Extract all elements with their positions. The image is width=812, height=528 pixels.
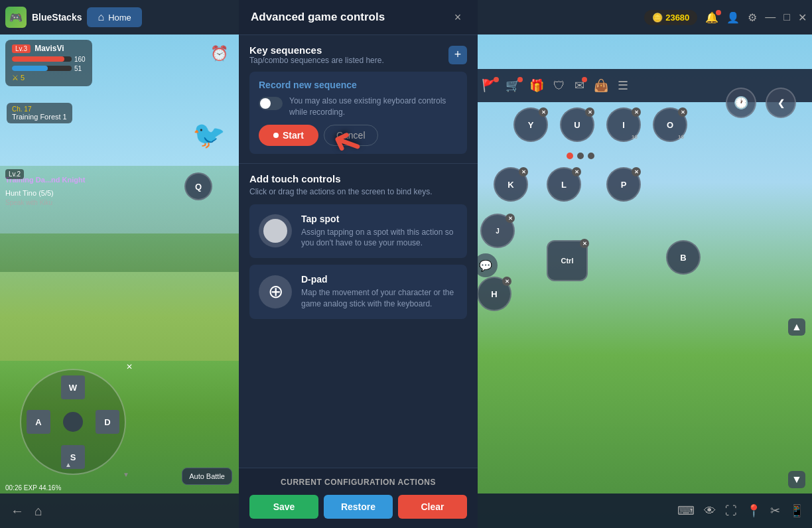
p-close[interactable]: ✕: [632, 167, 641, 176]
clock-icon: ⏰: [210, 45, 228, 62]
dpad-card[interactable]: ⊕ D-pad Map the movement of your charact…: [249, 265, 467, 319]
eye-icon[interactable]: 👁: [704, 504, 716, 518]
add-sequence-btn[interactable]: +: [448, 46, 467, 64]
restore-btn[interactable]: Restore: [324, 495, 393, 519]
profile-icon[interactable]: 👤: [726, 11, 740, 24]
tap-spot-circle: [263, 219, 287, 243]
config-buttons: Save Restore Clear: [249, 495, 467, 519]
close-icon[interactable]: ✕: [798, 11, 807, 24]
scroll-up-btn[interactable]: ▲: [788, 318, 805, 336]
toggle-switch[interactable]: [259, 97, 283, 110]
l-key[interactable]: L ✕: [547, 167, 581, 202]
dpad-desc: Map the movement of your character or th…: [301, 287, 458, 310]
wasd-control: W A S D ✕ ▲ ▼: [20, 369, 126, 475]
cancel-btn[interactable]: Cancel: [324, 125, 378, 146]
location-icon[interactable]: 📍: [746, 503, 761, 518]
back-btn[interactable]: ←: [11, 503, 24, 519]
minimize-icon[interactable]: —: [765, 11, 776, 23]
wasd-close[interactable]: ✕: [126, 362, 133, 371]
clear-btn[interactable]: Clear: [398, 495, 467, 519]
tap-spot-name: Tap spot: [301, 214, 458, 224]
notification-bell[interactable]: 🔔: [705, 11, 718, 24]
player-level: Lv.3: [12, 44, 31, 53]
dialog-body[interactable]: Key sequences Tap/combo sequences are li…: [239, 35, 478, 468]
tap-spot-icon: [259, 214, 292, 247]
w-key[interactable]: W: [61, 375, 85, 399]
save-btn[interactable]: Save: [249, 495, 318, 519]
menu-icon[interactable]: ☰: [618, 78, 628, 93]
i-close[interactable]: ✕: [632, 107, 641, 117]
maximize-icon[interactable]: □: [783, 11, 790, 23]
dpad-icon-container: ⊕: [259, 275, 292, 308]
player-info: Lv.3 MavisVi 160 51 ⚔ 5: [5, 40, 92, 86]
q-key-button[interactable]: Q: [184, 172, 212, 200]
b-key[interactable]: B: [666, 240, 701, 275]
auto-battle-btn[interactable]: Auto Battle: [182, 468, 232, 485]
i-key[interactable]: I ✕ 10: [606, 107, 641, 142]
action-row: Start Cancel: [259, 125, 458, 146]
player-name: MavisVi: [34, 44, 64, 53]
back-arrow-btn[interactable]: ❮: [766, 88, 796, 118]
bag-icon[interactable]: 👜: [594, 78, 608, 93]
touch-controls-subtitle: Click or drag the actions on the screen …: [249, 187, 467, 196]
quest2-label: Speak with Kiku: [5, 199, 52, 206]
j-key[interactable]: J ✕: [480, 214, 515, 248]
ctrl-key[interactable]: Ctrl ✕: [547, 240, 588, 281]
toggle-row: You may also use existing keyboard contr…: [259, 96, 458, 118]
right-toolbar: 🚩 🛒 🎁 🛡 ✉ 👜 ☰: [474, 69, 812, 102]
player-stars: 5: [21, 74, 25, 82]
timer-label: 00:26 EXP 44.16%: [5, 484, 61, 492]
home-tab[interactable]: ⌂ Home: [87, 7, 141, 27]
y-close[interactable]: ✕: [539, 107, 548, 117]
flag-icon[interactable]: 🚩: [482, 78, 496, 93]
location-label: Training Forest 1: [12, 113, 67, 121]
k-close[interactable]: ✕: [519, 167, 528, 176]
l-close[interactable]: ✕: [572, 167, 581, 176]
u-key[interactable]: U ✕: [560, 107, 594, 142]
gift-icon[interactable]: 🎁: [529, 78, 544, 93]
ctrl-close[interactable]: ✕: [580, 239, 589, 248]
keyboard-icon[interactable]: ⌨: [677, 503, 695, 518]
top-bar-right: 🪙 23680 🔔 👤 ⚙ — □ ✕: [644, 10, 807, 25]
phone-icon[interactable]: 📱: [789, 503, 804, 518]
scroll-down-btn[interactable]: ▼: [788, 471, 805, 488]
a-key[interactable]: A: [27, 410, 50, 434]
mail-icon[interactable]: ✉: [575, 78, 584, 93]
shield-icon[interactable]: 🛡: [553, 79, 565, 93]
toggle-knob: [260, 98, 271, 109]
tap-spot-info: Tap spot Assign tapping on a spot with t…: [301, 214, 458, 249]
h-key[interactable]: H ✕: [477, 277, 511, 311]
location-info: Ch. 17 Training Forest 1: [7, 103, 72, 123]
scissors-icon[interactable]: ✂: [770, 503, 780, 518]
clock-btn[interactable]: 🕐: [726, 88, 756, 118]
h-close[interactable]: ✕: [502, 277, 511, 286]
home-label: Home: [108, 13, 131, 23]
cart-icon[interactable]: 🛒: [506, 78, 520, 93]
record-card: Record new sequence You may also use exi…: [249, 72, 467, 154]
bottom-bar-right: ⌨ 👁 ⛶ 📍 ✂ 📱: [474, 494, 812, 528]
dpad-icon: ⊕: [268, 281, 283, 302]
start-btn[interactable]: Start: [259, 125, 318, 146]
start-dot: [273, 133, 279, 138]
tap-spot-card[interactable]: Tap spot Assign tapping on a spot with t…: [249, 204, 467, 259]
start-label: Start: [283, 130, 304, 141]
o-key[interactable]: O ✕ 10: [653, 107, 687, 142]
j-close[interactable]: ✕: [506, 214, 515, 223]
key-sequences-info: Key sequences Tap/combo sequences are li…: [249, 44, 384, 65]
coin-badge: 🪙 23680: [644, 10, 697, 25]
bluestacks-logo: 🎮: [5, 7, 27, 28]
dialog-close-btn[interactable]: ×: [450, 9, 466, 25]
mob-level: Lv.2: [5, 169, 24, 179]
player-mp: 51: [74, 65, 82, 72]
d-key[interactable]: D: [96, 410, 119, 434]
home-btn[interactable]: ⌂: [34, 503, 42, 519]
y-key[interactable]: Y ✕: [513, 107, 548, 142]
settings-icon[interactable]: ⚙: [748, 11, 757, 24]
character-sprite: 🐦: [192, 119, 226, 151]
p-key[interactable]: P ✕: [606, 167, 641, 202]
o-close[interactable]: ✕: [678, 107, 687, 117]
u-close[interactable]: ✕: [585, 107, 594, 117]
record-link[interactable]: Record new sequence: [259, 80, 458, 90]
fullscreen-icon[interactable]: ⛶: [725, 504, 737, 518]
k-key[interactable]: K ✕: [494, 167, 528, 202]
